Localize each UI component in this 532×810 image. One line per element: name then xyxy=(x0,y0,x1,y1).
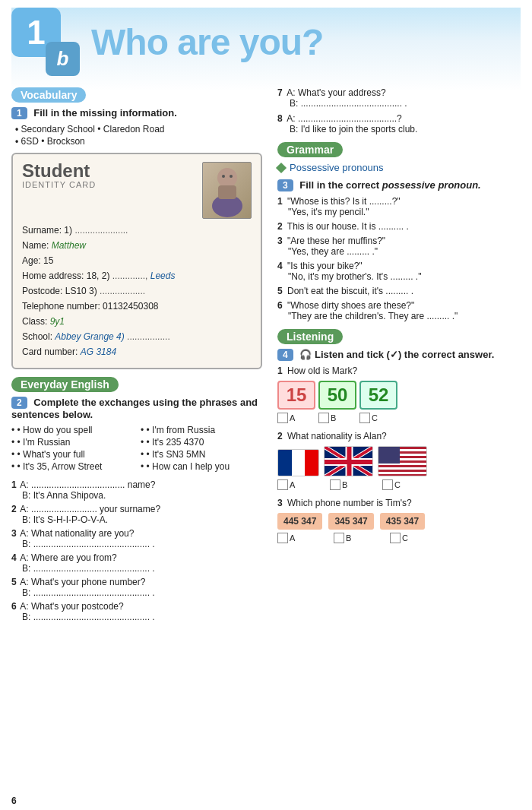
q1-text: 1 How old is Mark? xyxy=(277,365,521,376)
svg-rect-11 xyxy=(378,465,427,467)
flag-red xyxy=(305,450,318,476)
checkbox-a[interactable]: A xyxy=(277,413,315,423)
checkbox-c[interactable]: C xyxy=(382,479,432,490)
phrase-item: • It's 35, Arrow Street xyxy=(11,461,133,472)
svg-rect-14 xyxy=(378,447,400,464)
exchange-item: 5 A: What's your phone number? B: ......… xyxy=(11,577,262,598)
checkbox-b[interactable]: B xyxy=(334,533,387,543)
q3-checkboxes: A B C xyxy=(277,533,521,543)
listening-section: Listening 4 🎧 Listen and tick (✓) the co… xyxy=(277,329,521,543)
phrases-grid: • How do you spell • I'm Russian • What'… xyxy=(11,425,262,473)
id-card-title-block: Student IDENTITY CARD xyxy=(22,162,96,189)
checkbox-a[interactable]: A xyxy=(277,479,327,490)
id-telephone: Telephone number: 01132450308 xyxy=(22,299,252,313)
phone-boxes: 445 347 345 347 435 347 xyxy=(277,513,521,530)
ex3-num: 3 xyxy=(277,179,293,191)
fill-item: 1 "Whose is this? Is it .........?" "Yes… xyxy=(277,196,521,217)
diamond-icon xyxy=(276,162,287,172)
checkbox-icon[interactable] xyxy=(390,533,401,543)
checkbox-c[interactable]: C xyxy=(390,533,443,543)
item-7: 7 A: What's your address? B: ...........… xyxy=(277,87,521,109)
id-school: School: Abbey Grange 4) ................… xyxy=(22,330,252,343)
q2-checkboxes: A B C xyxy=(277,479,521,490)
items-7-8: 7 A: What's your address? B: ...........… xyxy=(277,87,521,134)
checkbox-icon[interactable] xyxy=(330,479,340,490)
unit-letter: b xyxy=(57,47,69,71)
exercise1-title: 1 Fill in the missing information. xyxy=(11,107,262,119)
right-column: 7 A: What's your address? B: ...........… xyxy=(277,87,521,625)
id-card-photo xyxy=(202,162,252,219)
possessive-text: Possessive pronouns xyxy=(290,162,384,173)
q3-text: 3 Which phone number is Tim's? xyxy=(277,498,521,508)
phrase-item: • How can I help you xyxy=(141,461,262,472)
flag-us xyxy=(378,446,427,476)
phrase-item: • What's your full xyxy=(11,449,133,460)
svg-rect-13 xyxy=(378,474,427,476)
everyday-label: Everyday English xyxy=(11,377,119,392)
checkbox-icon[interactable] xyxy=(277,479,288,490)
fill-item: 2 This is our house. It is .......... . xyxy=(277,221,521,232)
phone-box-3: 435 347 xyxy=(380,513,425,530)
page-header: 1 b Who are you? xyxy=(11,8,521,76)
fill-bullets: Secondary School • Claredon Road 6SD • B… xyxy=(15,124,262,147)
left-column: Vocabulary 1 Fill in the missing informa… xyxy=(11,87,262,625)
phrase-item: • I'm from Russia xyxy=(141,425,262,435)
flag-uk xyxy=(324,446,373,476)
answer-box-15: 15 xyxy=(277,381,315,410)
fill-item: 6 "Whose dirty shoes are these?" "They a… xyxy=(277,300,521,321)
fill-item: 5 Don't eat the biscuit, it's ......... … xyxy=(277,286,521,296)
exchange-item: 3 A: What nationality are you? B: ......… xyxy=(11,528,262,549)
fill-item: 3 "Are these her muffins?" "Yes, they ar… xyxy=(277,236,521,257)
ex2-text: Complete the exchanges using the phrases… xyxy=(11,397,258,420)
listening-q2: 2 What nationality is Alan? xyxy=(277,431,521,490)
svg-point-3 xyxy=(222,175,225,178)
phrases-col1: • How do you spell • I'm Russian • What'… xyxy=(11,425,133,473)
flags-row xyxy=(277,446,521,476)
phrase-item: • How do you spell xyxy=(11,425,133,435)
phrase-item: • It's SN3 5MN xyxy=(141,449,262,460)
listening-label: Listening xyxy=(277,329,343,344)
everyday-section: Everyday English 2 Complete the exchange… xyxy=(11,377,262,622)
svg-rect-2 xyxy=(218,185,236,199)
unit-badge: 1 b xyxy=(11,8,80,76)
checkbox-icon[interactable] xyxy=(277,413,288,423)
page-title: Who are you? xyxy=(91,21,323,63)
flag-white xyxy=(292,450,306,476)
ex4-num: 4 xyxy=(277,349,293,361)
number-boxes: 15 50 52 xyxy=(277,381,521,410)
person-silhouette-icon xyxy=(204,164,250,217)
bullet-item: Secondary School • Claredon Road xyxy=(15,124,262,134)
id-surname: Surname: 1) ..................... xyxy=(22,223,252,237)
checkbox-icon[interactable] xyxy=(382,479,393,490)
unit-number: 1 xyxy=(27,16,45,49)
flag-french xyxy=(277,449,319,476)
ex2-num: 2 xyxy=(11,397,27,409)
checkbox-a[interactable]: A xyxy=(277,533,331,543)
checkbox-b[interactable]: B xyxy=(318,413,356,423)
checkbox-icon[interactable] xyxy=(277,533,288,543)
exchange-list: 1 A: ...................................… xyxy=(11,479,262,622)
possessive-title: Possessive pronouns xyxy=(277,162,521,173)
svg-point-4 xyxy=(230,175,233,178)
answer-box-50: 50 xyxy=(318,381,356,410)
id-card-subtitle: IDENTITY CARD xyxy=(22,180,96,189)
listening-q3: 3 Which phone number is Tim's? 445 347 3… xyxy=(277,498,521,543)
checkbox-icon[interactable] xyxy=(359,413,370,423)
exchange-item: 1 A: ...................................… xyxy=(11,479,262,501)
checkbox-icon[interactable] xyxy=(318,413,329,423)
exchange-item: 6 A: What's your postcode? B: ..........… xyxy=(11,601,262,622)
exchange-item: 2 A: .......................... your sur… xyxy=(11,504,262,525)
grammar-label: Grammar xyxy=(277,142,343,157)
checkbox-icon[interactable] xyxy=(334,533,344,543)
page-number: 6 xyxy=(11,796,17,806)
id-class: Class: 9y1 xyxy=(22,315,252,328)
main-content: Vocabulary 1 Fill in the missing informa… xyxy=(11,87,521,625)
phrase-item: • I'm Russian xyxy=(11,437,133,448)
vocabulary-label: Vocabulary xyxy=(11,87,86,103)
id-card-header: Student IDENTITY CARD xyxy=(22,162,252,219)
ex1-text: Fill in the missing information. xyxy=(33,107,177,119)
checkbox-b[interactable]: B xyxy=(330,479,379,490)
id-card-title: Student xyxy=(22,162,96,180)
checkbox-c[interactable]: C xyxy=(359,413,397,423)
exchange-item: 4 A: Where are you from? B: ............… xyxy=(11,552,262,574)
